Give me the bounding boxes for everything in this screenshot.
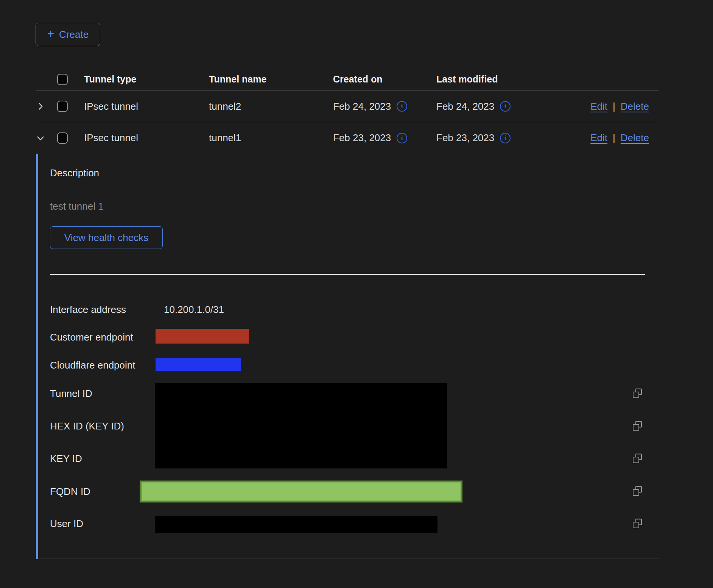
created-on-value: Feb 23, 2023 [333, 132, 391, 144]
cloudflare-endpoint-redacted-value [156, 358, 241, 371]
action-divider: | [613, 132, 615, 144]
delete-link[interactable]: Delete [621, 101, 649, 112]
header-tunnel-type: Tunnel type [84, 74, 209, 85]
chevron-down-icon[interactable] [36, 133, 45, 143]
plus-icon: + [47, 28, 54, 40]
chevron-right-icon[interactable] [36, 101, 45, 111]
tunnel-type-cell: IPsec tunnel [84, 132, 209, 144]
field-label-key-id: KEY ID [50, 453, 82, 465]
field-label-hex-id: HEX ID (KEY ID) [50, 420, 124, 432]
field-label-interface-address: Interface address [50, 304, 126, 316]
copy-icon[interactable] [632, 388, 643, 399]
header-created-on: Created on [333, 74, 436, 85]
field-label-cloudflare-endpoint: Cloudflare endpoint [50, 359, 135, 371]
last-modified-value: Feb 24, 2023 [436, 101, 494, 112]
copy-icon[interactable] [632, 421, 643, 431]
description-label: Description [50, 167, 99, 179]
interface-address-value: 10.200.1.0/31 [164, 304, 224, 316]
field-label-customer-endpoint: Customer endpoint [50, 331, 133, 343]
info-icon[interactable]: i [500, 101, 511, 112]
table-row: IPsec tunnel tunnel2 Feb 24, 2023 i Feb … [36, 91, 659, 122]
tunnels-page: + Create Tunnel type Tunnel name Created… [0, 0, 713, 588]
select-all-cell [57, 74, 84, 85]
tunnel-name-cell: tunnel1 [209, 132, 333, 144]
user-id-redacted-value [155, 516, 437, 533]
create-button[interactable]: + Create [36, 23, 100, 46]
table-row: IPsec tunnel tunnel1 Feb 23, 2023 i Feb … [36, 122, 659, 154]
copy-icon[interactable] [632, 518, 643, 529]
tunnels-table: Tunnel type Tunnel name Created on Last … [36, 68, 659, 559]
view-health-checks-label: View health checks [64, 232, 148, 244]
info-icon[interactable]: i [397, 101, 407, 112]
tunnel-type-cell: IPsec tunnel [84, 101, 209, 112]
field-label-tunnel-id: Tunnel ID [50, 388, 92, 400]
edit-link[interactable]: Edit [590, 101, 607, 112]
section-divider [50, 274, 645, 275]
created-on-value: Feb 24, 2023 [333, 101, 391, 112]
tunnel-detail-panel: Description test tunnel 1 View health ch… [36, 154, 659, 559]
fqdn-id-redacted-value [140, 481, 462, 502]
action-divider: | [613, 101, 615, 112]
field-label-user-id: User ID [50, 518, 83, 530]
delete-link[interactable]: Delete [621, 132, 649, 144]
copy-icon[interactable] [632, 453, 643, 464]
expanded-accent-bar [36, 154, 38, 559]
row-checkbox[interactable] [57, 132, 68, 144]
create-button-label: Create [59, 29, 89, 40]
row-checkbox[interactable] [57, 101, 68, 112]
header-tunnel-name: Tunnel name [209, 74, 333, 85]
tunnel-name-cell: tunnel2 [209, 101, 333, 112]
table-header-row: Tunnel type Tunnel name Created on Last … [36, 68, 659, 91]
edit-link[interactable]: Edit [590, 132, 607, 144]
field-label-fqdn-id: FQDN ID [50, 486, 90, 498]
last-modified-value: Feb 23, 2023 [436, 132, 494, 144]
info-icon[interactable]: i [500, 133, 511, 143]
customer-endpoint-redacted-value [156, 329, 249, 344]
header-last-modified: Last modified [436, 74, 537, 85]
view-health-checks-button[interactable]: View health checks [50, 226, 163, 249]
info-icon[interactable]: i [397, 133, 407, 143]
select-all-checkbox[interactable] [57, 74, 68, 85]
ids-redacted-values [155, 383, 447, 468]
copy-icon[interactable] [632, 486, 643, 496]
description-value: test tunnel 1 [50, 201, 104, 212]
